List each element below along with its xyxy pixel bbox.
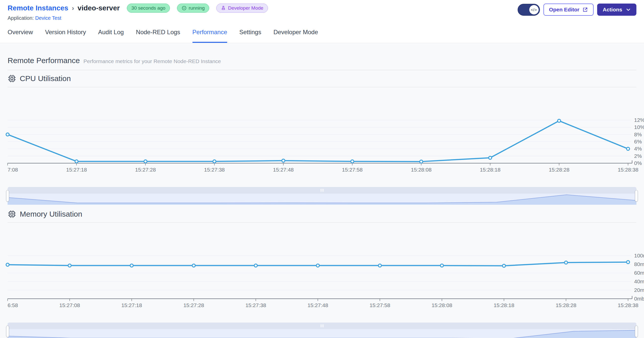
memory-chip-icon [8,210,16,218]
cpu-brush-drag-strip[interactable] [8,187,636,194]
status-badge: running [177,4,209,13]
top-bar-actions: </> Open Editor Actions [518,4,636,16]
breadcrumb: Remote Instances › video-server 30 secon… [8,4,268,13]
tab-settings[interactable]: Settings [239,29,261,43]
svg-text:15:27:58: 15:27:58 [369,302,390,308]
svg-text:100mb: 100mb [634,253,644,258]
last-seen-label: 30 seconds ago [131,5,165,11]
cpu-brush-minimap[interactable] [8,194,636,205]
developer-mode-label: Developer Mode [228,5,263,11]
application-label: Application: [8,15,34,21]
top-bar: Remote Instances › video-server 30 secon… [0,0,644,21]
open-editor-label: Open Editor [549,7,579,13]
grip-icon [322,189,322,192]
svg-text:10%: 10% [634,124,644,130]
svg-text:15:27:18: 15:27:18 [66,167,87,173]
svg-text:8%: 8% [634,132,642,137]
svg-text:15:28:38: 15:28:38 [618,167,638,173]
svg-text:15:27:58: 15:27:58 [342,167,363,173]
cpu-brush-handle-right[interactable] [635,190,638,202]
svg-text:6:58: 6:58 [8,302,18,308]
grip-icon [323,324,324,327]
page-subtitle: Performance metrics for your Remote Node… [84,58,221,64]
grip-icon [321,189,321,192]
svg-text:80mb: 80mb [634,261,644,267]
chevron-down-icon [626,7,631,12]
svg-text:15:27:08: 15:27:08 [59,302,80,308]
memory-brush-handle-right[interactable] [635,326,638,337]
svg-text:0%: 0% [634,160,642,166]
breadcrumb-remote-instances[interactable]: Remote Instances [8,4,68,12]
svg-text:15:28:38: 15:28:38 [618,302,638,308]
actions-label: Actions [603,7,622,13]
tab-node-red-logs[interactable]: Node-RED Logs [136,29,180,43]
line-chart-svg: 0%2%4%6%8%10%12%7:0815:27:1815:27:2815:2… [8,87,644,175]
cpu-chip-icon [8,74,16,83]
svg-text:2%: 2% [634,153,642,159]
svg-text:20mb: 20mb [634,287,644,293]
actions-button[interactable]: Actions [597,4,636,16]
tab-bar: Overview Version History Audit Log Node-… [0,29,644,43]
svg-text:4%: 4% [634,146,642,152]
memory-chart-canvas: 0mb20mb40mb60mb80mb100mb6:5815:27:0815:2… [8,223,636,312]
application-row: Application: Device Test [8,15,268,21]
svg-text:60mb: 60mb [634,270,644,276]
top-bar-left: Remote Instances › video-server 30 secon… [8,4,268,21]
svg-text:6%: 6% [634,139,642,144]
tab-performance[interactable]: Performance [192,29,227,43]
page-title: Remote Performance [8,56,80,65]
line-chart-svg: 0mb20mb40mb60mb80mb100mb6:5815:27:0815:2… [8,223,644,311]
tab-developer-mode[interactable]: Developer Mode [274,29,318,43]
svg-text:0mb: 0mb [634,296,644,302]
memory-brush-handle-left[interactable] [6,326,9,337]
cpu-section-title: CPU Utilisation [20,74,71,83]
svg-text:15:28:18: 15:28:18 [494,302,514,308]
grip-icon [321,324,321,327]
svg-text:15:28:28: 15:28:28 [549,167,570,173]
svg-text:15:27:28: 15:27:28 [135,167,156,173]
breadcrumb-current-instance: video-server [77,4,120,12]
brush-minimap-svg [8,194,636,205]
memory-brush-minimap[interactable] [8,329,636,338]
tab-audit-log[interactable]: Audit Log [98,29,124,43]
memory-chart-brush[interactable] [8,323,636,338]
developer-mode-toggle[interactable]: </> [518,4,540,16]
svg-text:15:27:48: 15:27:48 [273,167,294,173]
svg-text:15:28:08: 15:28:08 [432,302,452,308]
breadcrumb-separator-icon: › [72,4,74,12]
svg-text:15:28:18: 15:28:18 [480,167,501,173]
cpu-chart-brush[interactable] [8,187,636,205]
last-seen-badge: 30 seconds ago [127,4,170,13]
application-link[interactable]: Device Test [35,15,61,21]
play-circle-icon [182,6,187,11]
svg-text:15:27:18: 15:27:18 [121,302,142,308]
svg-text:15:27:48: 15:27:48 [307,302,328,308]
svg-text:7:08: 7:08 [8,167,18,173]
cpu-section-header: CPU Utilisation [8,74,636,87]
cpu-chart-canvas: 0%2%4%6%8%10%12%7:0815:27:1815:27:2815:2… [8,87,636,176]
memory-brush-drag-strip[interactable] [8,323,636,329]
svg-text:15:27:38: 15:27:38 [245,302,266,308]
grip-icon [322,324,322,327]
memory-section-title: Memory Utilisation [20,210,82,218]
brush-minimap-svg [8,329,636,338]
open-editor-button[interactable]: Open Editor [543,4,594,16]
tab-overview[interactable]: Overview [8,29,33,43]
svg-text:15:28:08: 15:28:08 [411,167,432,173]
flask-icon [221,6,226,11]
svg-text:15:27:38: 15:27:38 [204,167,225,173]
cpu-brush-handle-left[interactable] [6,190,9,202]
tab-version-history[interactable]: Version History [45,29,86,43]
performance-page: Remote Performance Performance metrics f… [0,43,644,338]
memory-section-header: Memory Utilisation [8,210,636,223]
grip-icon [323,189,324,192]
svg-text:15:28:28: 15:28:28 [556,302,576,308]
page-heading-row: Remote Performance Performance metrics f… [8,43,636,70]
external-link-icon [582,7,588,12]
svg-text:15:27:28: 15:27:28 [183,302,204,308]
status-label: running [189,5,205,11]
svg-text:12%: 12% [634,117,644,123]
svg-text:40mb: 40mb [634,278,644,284]
developer-mode-badge: Developer Mode [216,4,268,13]
code-icon: </> [529,5,539,14]
